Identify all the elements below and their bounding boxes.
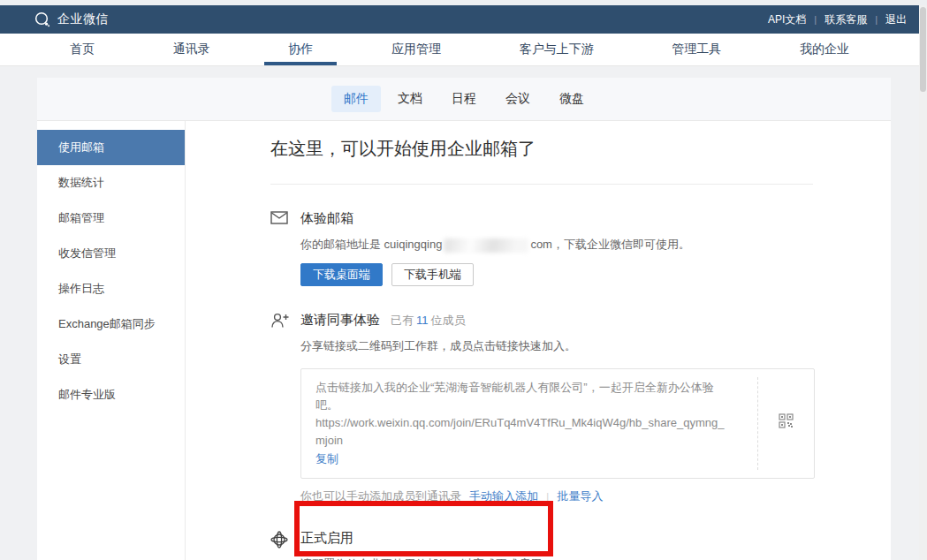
share-text: 点击链接加入我的企业“芜湖海音智能机器人有限公司”，一起开启全新办公体验吧。 xyxy=(315,379,733,414)
sidebar-item-settings[interactable]: 设置 xyxy=(37,342,185,377)
nav-label: 协作 xyxy=(288,42,313,57)
nav-label: 首页 xyxy=(70,42,95,57)
download-mobile-button[interactable]: 下载手机端 xyxy=(391,263,474,286)
page-background: 邮件 文档 日程 会议 微盘 使用邮箱 数据统计 邮箱管理 收发信管理 操作日志… xyxy=(0,66,919,560)
section-body: 邀请同事体验 已有11位成员 分享链接或二维码到工作群，成员点击链接快速加入。 … xyxy=(300,312,855,504)
qrcode-icon[interactable] xyxy=(779,413,794,434)
manual-hint: 你也可以手动添加成员到通讯录 xyxy=(300,488,461,504)
nav-item-admin-tools[interactable]: 管理工具 xyxy=(648,34,745,65)
divider: | xyxy=(546,490,549,503)
sidebar-item-mailbox-management[interactable]: 邮箱管理 xyxy=(37,201,185,236)
sidebar-item-send-receive[interactable]: 收发信管理 xyxy=(37,236,185,271)
count-suffix: 位成员 xyxy=(431,314,466,327)
copy-link[interactable]: 复制 xyxy=(315,450,338,468)
download-desktop-button[interactable]: 下载桌面端 xyxy=(300,263,383,286)
content-card: 邮件 文档 日程 会议 微盘 使用邮箱 数据统计 邮箱管理 收发信管理 操作日志… xyxy=(37,78,891,560)
tab-meeting[interactable]: 会议 xyxy=(493,86,543,112)
tab-docs[interactable]: 文档 xyxy=(385,86,435,112)
section-trial-mailbox: 体验邮箱 你的邮箱地址是 cuiqingqingcom，下载企业微信即可使用。 … xyxy=(270,210,855,286)
wework-admin-page: 企业微信 API文档 | 联系客服 | 退出 首页 通讯录 协作 应用管理 客户… xyxy=(0,0,927,560)
member-count: 已有11位成员 xyxy=(391,313,466,329)
member-count-number[interactable]: 11 xyxy=(416,314,429,327)
batch-import-link[interactable]: 批量导入 xyxy=(557,488,603,504)
section-title: 正式启用 xyxy=(300,530,353,547)
nav-label: 应用管理 xyxy=(391,42,441,57)
section-invite: 邀请同事体验 已有11位成员 分享链接或二维码到工作群，成员点击链接快速加入。 … xyxy=(270,312,855,504)
nav-item-contacts[interactable]: 通讯录 xyxy=(149,34,234,65)
main-content: 在这里，可以开始使用企业邮箱了 体验邮箱 xyxy=(186,121,891,560)
card-body: 使用邮箱 数据统计 邮箱管理 收发信管理 操作日志 Exchange邮箱同步 设… xyxy=(37,121,891,560)
section-body: 正式启用 请配置你的企业要使用的邮箱，以完成正式启用。 当前域n.com 配置 xyxy=(300,530,855,560)
sidebar-item-exchange-sync[interactable]: Exchange邮箱同步 xyxy=(37,306,185,342)
divider: | xyxy=(814,14,817,25)
contact-support-link[interactable]: 联系客服 xyxy=(824,12,867,27)
page-title: 在这里，可以开始使用企业邮箱了 xyxy=(270,137,855,161)
nav-label: 通讯录 xyxy=(173,42,210,57)
manual-add-row: 你也可以手动添加成员到通讯录 手动输入添加 | 批量导入 xyxy=(300,488,855,504)
sidebar-item-use-mailbox[interactable]: 使用邮箱 xyxy=(37,130,185,165)
brand: 企业微信 xyxy=(34,11,109,28)
share-url: https://work.weixin.qq.com/join/ERuTq4mV… xyxy=(315,414,733,450)
share-link-box: 点击链接加入我的企业“芜湖海音智能机器人有限公司”，一起开启全新办公体验吧。 h… xyxy=(300,368,815,479)
scrollbar-track[interactable] xyxy=(919,5,927,560)
nav-item-home[interactable]: 首页 xyxy=(46,34,118,65)
sidebar-item-operation-log[interactable]: 操作日志 xyxy=(37,271,185,306)
invite-desc: 分享链接或二维码到工作群，成员点击链接快速加入。 xyxy=(300,338,855,354)
section-activate: 正式启用 请配置你的企业要使用的邮箱，以完成正式启用。 当前域n.com 配置 xyxy=(270,530,855,560)
logout-link[interactable]: 退出 xyxy=(885,12,907,27)
tab-schedule[interactable]: 日程 xyxy=(439,86,489,112)
tab-drive[interactable]: 微盘 xyxy=(547,86,596,112)
main-nav: 首页 通讯录 协作 应用管理 客户与上下游 管理工具 我的企业 xyxy=(0,34,919,66)
activate-desc: 请配置你的企业要使用的邮箱，以完成正式启用。 xyxy=(300,556,855,560)
brand-label: 企业微信 xyxy=(57,11,109,27)
count-prefix: 已有 xyxy=(391,314,414,327)
email-prefix: 你的邮箱地址是 cuiqingqing xyxy=(300,238,442,251)
email-suffix: com，下载企业微信即可使用。 xyxy=(530,238,690,251)
section-body: 体验邮箱 你的邮箱地址是 cuiqingqingcom，下载企业微信即可使用。 … xyxy=(300,210,855,286)
wework-logo-icon xyxy=(34,11,51,28)
sidebar-item-mail-pro[interactable]: 邮件专业版 xyxy=(37,377,185,412)
add-person-icon xyxy=(270,312,300,504)
tab-label: 微盘 xyxy=(559,91,584,105)
nav-item-app-management[interactable]: 应用管理 xyxy=(368,34,465,65)
manual-add-link[interactable]: 手动输入添加 xyxy=(469,488,538,504)
tab-label: 邮件 xyxy=(344,91,369,105)
nav-item-customers[interactable]: 客户与上下游 xyxy=(496,34,618,65)
divider xyxy=(270,184,813,185)
qr-zone[interactable] xyxy=(757,377,814,470)
topbar: 企业微信 API文档 | 联系客服 | 退出 xyxy=(0,5,919,34)
section-title: 体验邮箱 xyxy=(300,210,353,227)
section-title: 邀请同事体验 xyxy=(300,312,380,329)
nav-label: 管理工具 xyxy=(672,42,721,57)
subtab-bar: 邮件 文档 日程 会议 微盘 xyxy=(37,78,891,121)
api-docs-link[interactable]: API文档 xyxy=(768,12,806,27)
tab-label: 文档 xyxy=(398,91,422,105)
tab-label: 会议 xyxy=(505,91,530,105)
nav-label: 客户与上下游 xyxy=(520,42,594,57)
divider: | xyxy=(875,14,878,25)
globe-axis-icon xyxy=(270,530,300,560)
envelope-icon xyxy=(270,210,300,286)
nav-label: 我的企业 xyxy=(800,42,849,57)
redacted-email xyxy=(444,238,528,253)
email-address-line: 你的邮箱地址是 cuiqingqingcom，下载企业微信即可使用。 xyxy=(300,237,855,253)
sidebar-item-statistics[interactable]: 数据统计 xyxy=(37,165,185,201)
scrollbar-thumb[interactable] xyxy=(920,7,926,92)
tab-mail[interactable]: 邮件 xyxy=(331,86,381,112)
tab-label: 日程 xyxy=(452,91,476,105)
sidebar: 使用邮箱 数据统计 邮箱管理 收发信管理 操作日志 Exchange邮箱同步 设… xyxy=(37,121,186,560)
nav-item-collaboration[interactable]: 协作 xyxy=(264,34,337,65)
topbar-links: API文档 | 联系客服 | 退出 xyxy=(768,12,907,27)
nav-item-my-company[interactable]: 我的企业 xyxy=(776,34,873,65)
